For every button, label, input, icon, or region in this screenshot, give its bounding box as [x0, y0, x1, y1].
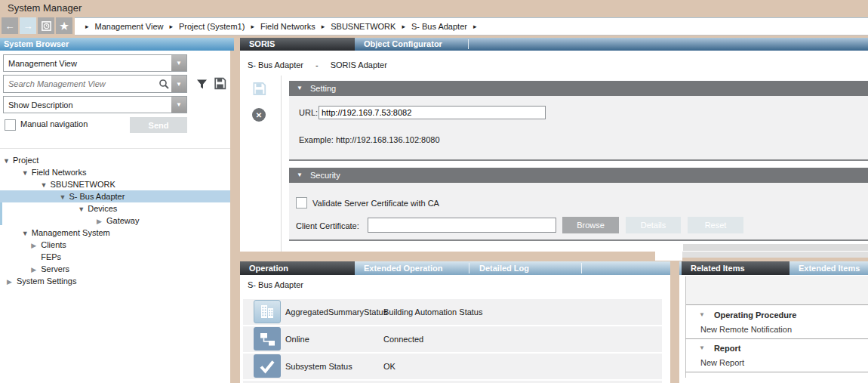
tree-node[interactable]: SBUSNETWORK: [0, 178, 230, 190]
tree-expander-icon[interactable]: [7, 275, 17, 288]
main-tab-bar: SORIS Object Configurator: [240, 38, 868, 51]
section-collapse-icon[interactable]: ▼: [297, 168, 303, 183]
tree-node[interactable]: S- Bus Adapter: [0, 190, 230, 202]
divider: [685, 372, 868, 372]
send-button[interactable]: Send: [130, 117, 187, 133]
save-search-icon[interactable]: [213, 77, 226, 90]
breadcrumb-arrow-icon: ▸: [85, 18, 89, 35]
property-value: OK: [383, 354, 396, 379]
property-value: Connected: [383, 326, 423, 352]
tree-expander-icon[interactable]: [31, 263, 41, 276]
operation-rows: AggregatedSummaryStatus Building Automat…: [243, 299, 662, 383]
tree-node[interactable]: Project: [0, 154, 230, 166]
related-item-link[interactable]: New Report: [685, 355, 868, 370]
favorites-star-icon: ★: [60, 20, 69, 32]
system-browser-title: System Browser: [0, 38, 234, 51]
view-selector-dropdown[interactable]: Management View ▼: [3, 54, 187, 72]
operation-object-name: S- Bus Adapter: [248, 280, 303, 289]
divider: [281, 76, 282, 252]
horizontal-scrollbar[interactable]: [682, 252, 868, 258]
dropdown-arrow-icon[interactable]: ▼: [171, 76, 186, 92]
tree-node[interactable]: Management System: [0, 227, 230, 239]
object-name: S- Bus Adapter: [248, 60, 303, 69]
table-row[interactable]: AggregatedSummaryStatus Building Automat…: [243, 299, 662, 325]
tree-node[interactable]: System Settings: [0, 275, 230, 287]
table-row[interactable]: Online Connected: [243, 326, 662, 352]
related-group-header[interactable]: ▼ Operating Procedure: [685, 308, 868, 322]
history-button[interactable]: [38, 17, 54, 34]
tab-separator: [468, 39, 469, 49]
breadcrumb-item[interactable]: ▸ Field Networks: [245, 18, 315, 35]
tab-soris[interactable]: SORIS: [240, 38, 355, 51]
tab-separator: [469, 263, 469, 273]
tree-node[interactable]: Field Networks: [0, 166, 230, 178]
tab-separator: [581, 263, 582, 273]
property-name: AggregatedSummaryStatus: [285, 299, 387, 325]
save-icon[interactable]: [251, 81, 266, 96]
breadcrumb-item[interactable]: ▸ SBUSNETWORK: [315, 18, 396, 35]
tree-expander-icon[interactable]: [78, 202, 88, 215]
tree-expander-icon[interactable]: [22, 227, 32, 239]
system-manager-window: System Manager ← → ★ ▸ Management View ▸…: [0, 0, 868, 383]
validate-certificate-checkbox[interactable]: [296, 197, 307, 208]
breadcrumb[interactable]: ▸ Management View ▸ Project (System1) ▸ …: [75, 17, 868, 36]
tree-node[interactable]: Clients: [0, 239, 230, 251]
browse-button[interactable]: Browse: [562, 217, 619, 233]
tab-detailed-log[interactable]: Detailed Log: [470, 261, 580, 275]
forward-button[interactable]: →: [20, 17, 36, 34]
tab-extended-items[interactable]: Extended Items: [790, 261, 868, 275]
tree-expander-icon[interactable]: [97, 215, 106, 227]
back-button[interactable]: ←: [2, 17, 18, 34]
breadcrumb-item[interactable]: ▸ Project (System1): [163, 18, 245, 35]
tree-node[interactable]: FEPs: [0, 251, 230, 263]
setting-section-body: URL: Example: http://192.168.136.102:808…: [289, 96, 868, 161]
filter-icon[interactable]: [195, 78, 208, 90]
tab-extended-operation[interactable]: Extended Operation: [355, 261, 469, 275]
related-group-title: Report: [714, 341, 740, 355]
setting-section-header[interactable]: ▼ Setting: [289, 81, 868, 96]
tab-related-items[interactable]: Related Items: [682, 261, 790, 275]
related-tab-bar: Related Items Extended Items: [679, 261, 868, 275]
tree-node[interactable]: Gateway: [0, 215, 230, 227]
table-row[interactable]: Subsystem Status OK: [243, 354, 662, 379]
url-input[interactable]: [319, 106, 546, 119]
tab-operation[interactable]: Operation: [240, 261, 355, 275]
breadcrumb-arrow-icon: ▸: [322, 18, 325, 35]
breadcrumb-item[interactable]: ▸ S- Bus Adapter: [396, 18, 467, 35]
dropdown-arrow-icon[interactable]: ▼: [171, 97, 186, 113]
dropdown-arrow-icon[interactable]: ▼: [171, 55, 186, 71]
tab-object-configurator[interactable]: Object Configurator: [355, 38, 468, 51]
tree-expander-icon[interactable]: [59, 190, 69, 203]
tree-node[interactable]: Devices: [0, 202, 230, 215]
divider: [0, 148, 230, 149]
building-status-icon[interactable]: [254, 300, 281, 323]
search-input[interactable]: [4, 79, 156, 89]
related-group-header[interactable]: ▼ Report: [685, 341, 868, 355]
manual-navigation-checkbox[interactable]: [5, 119, 16, 131]
tree-expander-icon[interactable]: [41, 178, 51, 191]
security-section-header[interactable]: ▼ Security: [289, 168, 868, 183]
related-item-link[interactable]: New Remote Notification: [685, 322, 868, 337]
description-selector-dropdown[interactable]: Show Description ▼: [3, 96, 187, 113]
tree-expander-icon[interactable]: [3, 154, 13, 167]
favorites-button[interactable]: ★: [56, 17, 72, 34]
tree-node-label: Servers: [41, 263, 69, 275]
search-box[interactable]: ▼: [3, 75, 187, 93]
tree-expander-icon[interactable]: [31, 239, 41, 252]
network-online-icon[interactable]: [254, 327, 281, 351]
horizontal-scrollbar[interactable]: [683, 244, 868, 251]
section-collapse-icon[interactable]: ▼: [297, 81, 303, 96]
checkmark-icon[interactable]: [254, 354, 281, 378]
tree-node[interactable]: Servers: [0, 263, 230, 275]
search-icon[interactable]: [156, 79, 171, 89]
client-certificate-input[interactable]: [368, 218, 556, 233]
tree-expander-icon[interactable]: [22, 166, 32, 179]
details-button[interactable]: Details: [626, 217, 681, 233]
cancel-icon[interactable]: ✕: [252, 108, 266, 122]
reset-button[interactable]: Reset: [688, 217, 743, 233]
object-description: SORIS Adapter: [331, 60, 387, 69]
tree-node-label: Devices: [88, 202, 117, 215]
related-items-panel: Related Items Extended Items ▼ Operating…: [679, 261, 868, 383]
breadcrumb-item[interactable]: ▸ Management View: [79, 18, 163, 35]
client-certificate-label: Client Certificate:: [296, 221, 359, 230]
